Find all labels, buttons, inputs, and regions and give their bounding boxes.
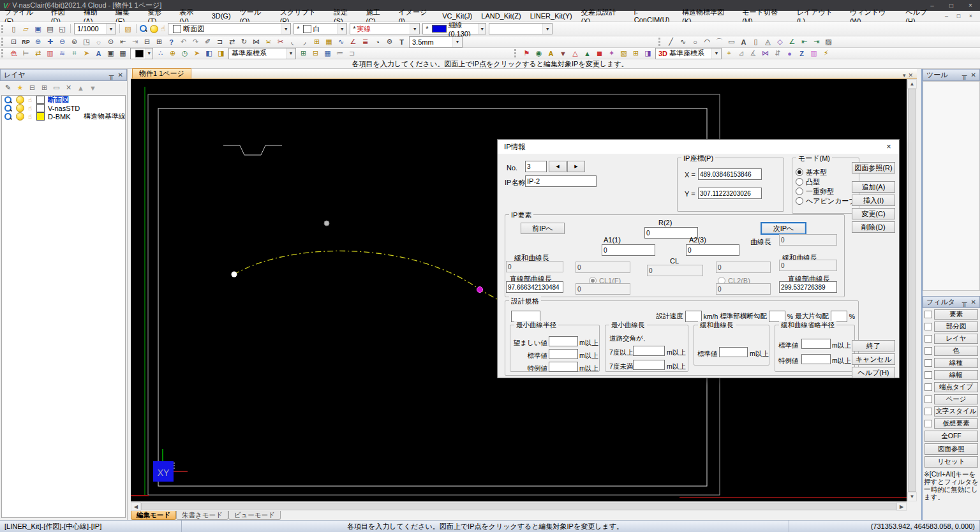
move-down-icon[interactable]: ▼ xyxy=(87,83,98,93)
help-button[interactable]: ヘルプ(H) xyxy=(852,367,895,378)
close-button[interactable]: × xyxy=(961,0,980,11)
dim-h-icon[interactable]: ⇤ xyxy=(799,37,810,47)
layer-visible-icon[interactable] xyxy=(16,96,24,104)
layer-visible-icon[interactable] xyxy=(16,112,24,121)
line-icon[interactable]: ╱ xyxy=(665,37,676,47)
scale-combo[interactable]: 1/1000 ▼ xyxy=(74,23,116,34)
cs-move-icon[interactable]: ⊿ xyxy=(736,48,746,59)
text-ruby-icon[interactable]: T xyxy=(396,37,407,47)
menu-item[interactable]: ツール(O) xyxy=(235,11,276,21)
chevron-down-icon[interactable]: ▼ xyxy=(452,37,462,47)
filter-button[interactable]: 部分図 xyxy=(934,321,978,332)
page-plus-icon[interactable]: ⊞ xyxy=(154,37,165,47)
dialog-title-bar[interactable]: IP情報 xyxy=(498,140,899,154)
horizontal-scroll-thumb[interactable] xyxy=(141,503,896,510)
kit-tri-icon[interactable]: △ xyxy=(570,48,581,59)
layer-assign-icon[interactable]: ⇄ xyxy=(33,48,43,59)
chamfer-icon[interactable]: ◞ xyxy=(299,37,310,47)
menu-item[interactable]: 変形(T) xyxy=(143,11,175,21)
add-button[interactable]: 追加(A) xyxy=(852,181,895,193)
kit-pin-icon[interactable]: ▼ xyxy=(558,48,568,59)
pin-icon[interactable]: ╥ xyxy=(109,71,114,79)
filter-checkbox[interactable] xyxy=(924,347,932,355)
insert-layer-icon[interactable]: ⊞ xyxy=(39,83,50,93)
page-help-icon[interactable]: ? xyxy=(166,37,177,47)
close-icon[interactable]: ✕ xyxy=(971,71,976,78)
wipe-icon[interactable]: ≋ xyxy=(57,48,68,59)
axis-origin-icon[interactable]: ⊕ xyxy=(167,48,178,59)
filter-button[interactable]: 要素 xyxy=(934,309,978,320)
straight-left-field[interactable]: 97.666342130484 xyxy=(506,281,563,293)
next-ip-arrow-button[interactable]: ▶ xyxy=(567,161,585,172)
layer-edit-icon[interactable]: ✎ xyxy=(3,83,13,93)
snap-arrow-icon[interactable]: ➤ xyxy=(81,48,92,59)
menu-item[interactable]: イメージ(I) xyxy=(394,11,438,21)
redraw-icon[interactable]: ⊡ xyxy=(8,37,19,47)
mode-tab[interactable]: ビューモード xyxy=(228,511,281,520)
ease-std-field[interactable] xyxy=(719,347,748,357)
dim-v-icon[interactable]: ⇥ xyxy=(811,37,822,47)
layer-color-swatch[interactable] xyxy=(36,112,45,121)
mode-tab[interactable]: 朱書きモード xyxy=(176,511,228,520)
chevron-down-icon[interactable]: ▼ xyxy=(286,48,295,59)
mode-radio-option[interactable]: 基本型 xyxy=(796,168,856,177)
scroll-up-icon[interactable]: ▲ xyxy=(907,79,917,89)
layer-favorite-icon[interactable]: ★ xyxy=(15,83,26,93)
reset-button[interactable]: リセット xyxy=(924,456,978,468)
linetype-combo[interactable]: * 実線 ▼ xyxy=(350,23,420,34)
linewidth-combo[interactable]: * 細線(0.130) ▼ xyxy=(422,23,486,34)
print-preview-icon[interactable]: ◱ xyxy=(57,24,68,34)
move-icon[interactable]: ⇄ xyxy=(226,37,237,47)
layer-lock-icon[interactable]: ☝ xyxy=(28,96,32,103)
cs-z-icon[interactable]: Z xyxy=(796,48,807,59)
node-edit-icon[interactable]: ∿ xyxy=(336,37,346,47)
omit-std-field[interactable] xyxy=(801,339,831,349)
horizontal-scrollbar[interactable]: ◀ ▶ xyxy=(131,501,907,511)
filter-checkbox[interactable] xyxy=(924,383,932,391)
filter-checkbox[interactable] xyxy=(924,395,932,403)
menu-item[interactable]: スクリプト(P) xyxy=(276,11,329,21)
hand-pointer-icon[interactable]: ☝ xyxy=(161,24,165,33)
measure-icon[interactable]: ∠ xyxy=(348,37,359,47)
ip-point-3-selected[interactable] xyxy=(477,287,483,293)
cs-light-icon[interactable]: ⚡ xyxy=(820,48,831,59)
kit-star-icon[interactable]: ✦ xyxy=(606,48,617,59)
hatch-icon[interactable]: ▨ xyxy=(823,37,834,47)
undo-icon[interactable]: ↶ xyxy=(178,37,189,47)
chevron-down-icon[interactable]: ▼ xyxy=(478,24,486,34)
chevron-down-icon[interactable]: ▼ xyxy=(542,24,552,34)
cs-scale-icon[interactable]: ⋈ xyxy=(760,48,771,59)
array-icon[interactable]: ⊞ xyxy=(311,37,322,47)
vertical-scroll-thumb[interactable] xyxy=(908,89,916,492)
arc-icon[interactable]: ◠ xyxy=(702,37,713,47)
angle-dim-icon[interactable]: ∠ xyxy=(787,37,798,47)
pin-icon[interactable]: ╥ xyxy=(962,71,967,79)
layer-lock-icon[interactable]: ☝ xyxy=(28,105,32,112)
a1-field[interactable]: 0 xyxy=(602,244,655,256)
new-file-icon[interactable]: ▯ xyxy=(8,24,19,34)
text-style-icon[interactable]: A xyxy=(93,48,104,59)
kit-square-icon[interactable]: ◼ xyxy=(594,48,605,59)
print-icon[interactable]: ▤ xyxy=(45,24,56,34)
scroll-right-icon[interactable]: ▶ xyxy=(896,502,907,511)
filter-checkbox[interactable] xyxy=(924,311,932,318)
open-file-icon[interactable]: ▱ xyxy=(20,24,31,34)
box-icon[interactable]: ▯ xyxy=(750,37,761,47)
layer-visible-icon[interactable] xyxy=(16,104,24,112)
all-off-button[interactable]: 全OFF xyxy=(924,431,978,442)
guide-grid-icon[interactable]: ⌗ xyxy=(69,48,80,59)
scroll-left-icon[interactable]: ◀ xyxy=(131,502,141,511)
zoom-dynamic-icon[interactable]: ⊙ xyxy=(105,37,116,47)
cross-section-shape[interactable] xyxy=(223,145,282,155)
filter-checkbox[interactable] xyxy=(924,371,932,379)
mdi-restore-button[interactable]: □ xyxy=(953,13,964,19)
mode-radio-option[interactable]: ヘアピンカーブ xyxy=(796,196,856,205)
pan-left-icon[interactable]: ⇤ xyxy=(117,37,128,47)
kit-a-icon[interactable]: A xyxy=(546,48,556,59)
current-layer-combo[interactable]: 断面図 ▼ xyxy=(168,23,291,34)
fillet-icon[interactable]: ◟ xyxy=(287,37,298,47)
filter-checkbox[interactable] xyxy=(924,359,932,367)
text-size-combo[interactable]: 3.5mm ▼ xyxy=(409,36,463,48)
radio-icon[interactable] xyxy=(796,197,803,205)
cs-flip-icon[interactable]: ⇵ xyxy=(772,48,783,59)
